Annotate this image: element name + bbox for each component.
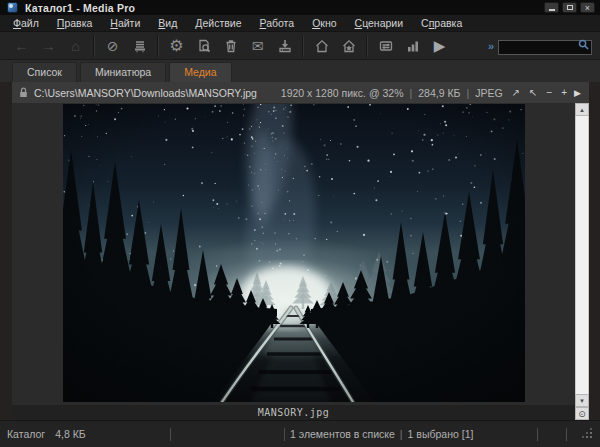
- home-icon: ⌂: [71, 38, 79, 54]
- fit-window-icon[interactable]: ↗: [512, 87, 520, 98]
- close-icon: ×: [585, 4, 590, 12]
- maximize-icon: [567, 5, 573, 10]
- label-none-button[interactable]: ⊘: [99, 34, 126, 58]
- image-dimensions: 1920 x 1280 пикс. @ 32%: [281, 87, 404, 99]
- toolbar-separator: [366, 35, 368, 57]
- next-image-icon[interactable]: ▶: [574, 88, 581, 98]
- toolbar-separator: [93, 35, 95, 57]
- search-box: [498, 37, 592, 55]
- selected-count: 1 выбрано [1]: [408, 428, 474, 440]
- menu-item-Сценарии[interactable]: Сценарии: [346, 16, 413, 30]
- minimize-button[interactable]: [544, 2, 559, 13]
- trash-icon: [223, 38, 239, 54]
- window-controls: ×: [544, 2, 595, 13]
- tab-thumbnail[interactable]: Миниатюра: [80, 62, 166, 82]
- image-info: 1920 x 1280 пикс. @ 32% | 284,9 КБ | JPE…: [281, 87, 503, 99]
- app-window: Каталог1 - Media Pro × ФайлПравкаНайтиВи…: [0, 0, 600, 447]
- file-path: C:\Users\MANSORY\Downloads\MANSORY.jpg: [34, 87, 257, 99]
- menu-item-Файл[interactable]: Файл: [4, 16, 48, 30]
- gear-icon: ⚙: [169, 36, 183, 55]
- image-caption: MANSORY.jpg: [12, 405, 575, 420]
- catalog-status: Каталог 4,8 КБ: [7, 428, 165, 440]
- catalog-label: Каталог: [7, 428, 45, 440]
- no-label-icon: ⊘: [107, 38, 119, 54]
- image-container: Звёздное ночное небо с Млечным Путём над…: [12, 103, 575, 405]
- resize-grip[interactable]: [583, 429, 593, 439]
- menu-item-Найти[interactable]: Найти: [101, 16, 149, 30]
- menu-item-Окно[interactable]: Окно: [303, 16, 345, 30]
- vertical-scrollbar[interactable]: ▲ ▼ ⊙: [575, 103, 589, 420]
- back-button[interactable]: ←: [8, 34, 35, 58]
- status-bar: Каталог 4,8 КБ 1 элементов в списке | 1 …: [0, 420, 600, 447]
- organize-button[interactable]: [372, 34, 399, 58]
- zoom-in-icon[interactable]: +: [561, 87, 567, 98]
- document-search-icon: [196, 38, 212, 54]
- app-icon: [7, 2, 18, 13]
- search-area: »: [488, 37, 592, 55]
- items-count: 1 элементов в списке: [290, 428, 395, 440]
- actual-size-icon[interactable]: ↖: [529, 87, 537, 98]
- menu-item-Справка[interactable]: Справка: [412, 16, 471, 30]
- file-format: JPEG: [475, 87, 502, 99]
- home-button[interactable]: ⌂: [62, 34, 89, 58]
- status-separator: [566, 428, 567, 441]
- import-icon: [277, 38, 293, 54]
- menu-item-Правка[interactable]: Правка: [48, 16, 101, 30]
- view-tabs: Список Миниатюра Медиа: [0, 60, 600, 82]
- photo-image[interactable]: Звёздное ночное небо с Млечным Путём над…: [63, 104, 525, 402]
- scrollbar-thumb[interactable]: [575, 116, 589, 394]
- menu-item-Действие[interactable]: Действие: [186, 16, 250, 30]
- forward-button[interactable]: →: [35, 34, 62, 58]
- title-bar: Каталог1 - Media Pro ×: [0, 0, 600, 15]
- menu-item-Вид[interactable]: Вид: [149, 16, 186, 30]
- status-separator: [170, 428, 171, 441]
- toolbar-overflow-chevrons[interactable]: »: [488, 40, 493, 52]
- tab-list[interactable]: Список: [12, 62, 77, 82]
- file-size: 284,9 КБ: [418, 87, 460, 99]
- scroll-up-button[interactable]: ▲: [575, 103, 589, 116]
- media-pane: Звёздное ночное небо с Млечным Путём над…: [12, 103, 575, 420]
- printer-icon: [132, 38, 148, 54]
- import-button[interactable]: [271, 34, 298, 58]
- mail-icon: ✉: [252, 38, 264, 54]
- delete-button[interactable]: [217, 34, 244, 58]
- close-button[interactable]: ×: [580, 2, 595, 13]
- menu-item-Работа[interactable]: Работа: [250, 16, 303, 30]
- settings-button[interactable]: ⚙: [163, 34, 190, 58]
- scroll-extra-button[interactable]: ⊙: [575, 407, 589, 420]
- toolbar-separator: [302, 35, 304, 57]
- back-icon: ←: [15, 38, 29, 54]
- maximize-button[interactable]: [562, 2, 577, 13]
- sliders-icon: [378, 38, 394, 54]
- minimize-icon: [549, 9, 555, 11]
- forward-icon: →: [42, 38, 56, 54]
- catalog-home-button[interactable]: [308, 34, 335, 58]
- mail-button[interactable]: ✉: [244, 34, 271, 58]
- play-icon: ▶: [434, 37, 446, 55]
- status-pipe: |: [400, 428, 403, 440]
- content-area: Звёздное ночное небо с Млечным Путём над…: [0, 103, 600, 420]
- favorites-home-button[interactable]: [335, 34, 362, 58]
- toolbar: ← → ⌂ ⊘ ⚙ ✉: [0, 32, 600, 60]
- zoom-controls: ↗ ↖ − +: [512, 87, 567, 98]
- status-separator: [537, 428, 538, 441]
- house-icon: [314, 38, 330, 54]
- lock-icon: [19, 87, 28, 98]
- tab-media[interactable]: Медиа: [169, 62, 231, 82]
- zoom-out-icon[interactable]: −: [546, 87, 552, 98]
- statistics-button[interactable]: [399, 34, 426, 58]
- catalog-size: 4,8 КБ: [55, 428, 86, 440]
- preview-button[interactable]: [190, 34, 217, 58]
- scroll-down-button[interactable]: ▼: [575, 394, 589, 407]
- search-icon[interactable]: [578, 39, 589, 50]
- house-star-icon: [341, 38, 357, 54]
- selection-status: 1 элементов в списке | 1 выбрано [1]: [290, 428, 532, 440]
- toolbar-separator: [157, 35, 159, 57]
- print-button[interactable]: [126, 34, 153, 58]
- path-bar: C:\Users\MANSORY\Downloads\MANSORY.jpg 1…: [12, 82, 589, 103]
- vignette: [63, 104, 525, 402]
- bar-chart-icon: [405, 38, 421, 54]
- status-separator: [284, 428, 285, 441]
- slideshow-button[interactable]: ▶: [426, 34, 453, 58]
- menu-bar: ФайлПравкаНайтиВидДействиеРаботаОкноСцен…: [0, 15, 600, 32]
